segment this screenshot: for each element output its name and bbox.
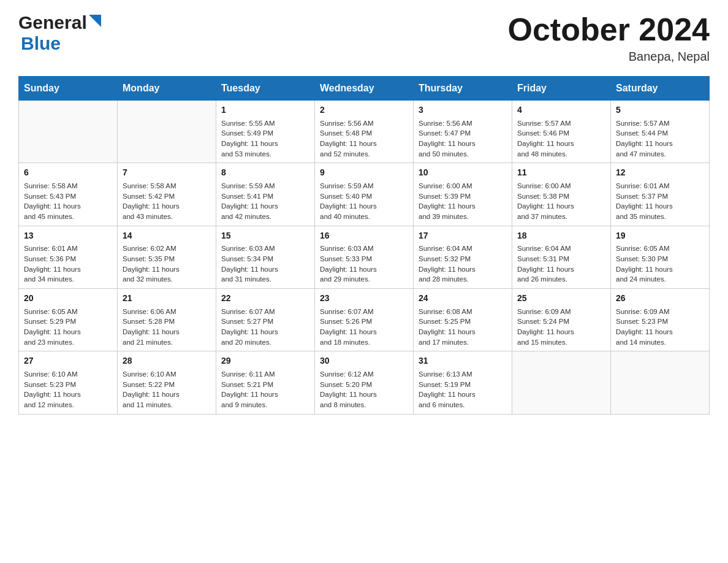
calendar-cell: 19Sunrise: 6:05 AMSunset: 5:30 PMDayligh… xyxy=(611,226,710,288)
day-number: 10 xyxy=(419,167,507,179)
calendar-cell: 6Sunrise: 5:58 AMSunset: 5:43 PMDaylight… xyxy=(19,163,118,226)
weekday-header-thursday: Thursday xyxy=(414,77,512,101)
day-number: 31 xyxy=(419,355,507,367)
day-info: Sunrise: 6:07 AMSunset: 5:27 PMDaylight:… xyxy=(221,307,309,348)
calendar-cell: 7Sunrise: 5:58 AMSunset: 5:42 PMDaylight… xyxy=(118,163,216,226)
day-number: 24 xyxy=(419,293,507,305)
day-number: 3 xyxy=(419,104,507,117)
day-info: Sunrise: 6:12 AMSunset: 5:20 PMDaylight:… xyxy=(320,369,408,410)
calendar-cell: 22Sunrise: 6:07 AMSunset: 5:27 PMDayligh… xyxy=(216,289,315,351)
day-info: Sunrise: 6:05 AMSunset: 5:30 PMDaylight:… xyxy=(616,243,704,285)
location: Banepa, Nepal xyxy=(508,50,710,64)
calendar-cell: 29Sunrise: 6:11 AMSunset: 5:21 PMDayligh… xyxy=(216,351,315,414)
calendar-cell: 27Sunrise: 6:10 AMSunset: 5:23 PMDayligh… xyxy=(19,351,118,414)
day-info: Sunrise: 6:11 AMSunset: 5:21 PMDaylight:… xyxy=(221,369,309,410)
weekday-header-wednesday: Wednesday xyxy=(315,77,414,101)
calendar-cell: 2Sunrise: 5:56 AMSunset: 5:48 PMDaylight… xyxy=(315,101,414,163)
day-info: Sunrise: 6:07 AMSunset: 5:26 PMDaylight:… xyxy=(320,307,408,348)
calendar-cell: 5Sunrise: 5:57 AMSunset: 5:44 PMDaylight… xyxy=(611,101,710,163)
day-number: 21 xyxy=(123,293,211,305)
day-number: 17 xyxy=(419,230,507,242)
day-number: 12 xyxy=(616,167,704,179)
day-number: 9 xyxy=(320,167,408,179)
day-info: Sunrise: 6:03 AMSunset: 5:34 PMDaylight:… xyxy=(221,243,309,285)
calendar-cell: 28Sunrise: 6:10 AMSunset: 5:22 PMDayligh… xyxy=(118,351,216,414)
day-number: 11 xyxy=(517,167,605,179)
calendar-cell: 20Sunrise: 6:05 AMSunset: 5:29 PMDayligh… xyxy=(19,289,118,351)
day-info: Sunrise: 6:06 AMSunset: 5:28 PMDaylight:… xyxy=(123,307,211,348)
calendar-cell: 18Sunrise: 6:04 AMSunset: 5:31 PMDayligh… xyxy=(512,226,611,288)
day-info: Sunrise: 6:04 AMSunset: 5:32 PMDaylight:… xyxy=(419,243,507,285)
day-number: 23 xyxy=(320,293,408,305)
calendar-cell: 11Sunrise: 6:00 AMSunset: 5:38 PMDayligh… xyxy=(512,163,611,226)
day-info: Sunrise: 6:10 AMSunset: 5:22 PMDaylight:… xyxy=(123,369,211,410)
logo-general-text: General xyxy=(18,12,87,33)
day-info: Sunrise: 6:09 AMSunset: 5:24 PMDaylight:… xyxy=(517,307,605,348)
svg-marker-0 xyxy=(89,15,101,27)
calendar-cell: 30Sunrise: 6:12 AMSunset: 5:20 PMDayligh… xyxy=(315,351,414,414)
calendar-week-5: 27Sunrise: 6:10 AMSunset: 5:23 PMDayligh… xyxy=(19,351,710,414)
day-info: Sunrise: 6:01 AMSunset: 5:36 PMDaylight:… xyxy=(24,243,112,285)
day-number: 25 xyxy=(517,293,605,305)
day-info: Sunrise: 6:01 AMSunset: 5:37 PMDaylight:… xyxy=(616,181,704,222)
day-info: Sunrise: 6:02 AMSunset: 5:35 PMDaylight:… xyxy=(123,243,211,285)
calendar-cell xyxy=(512,351,611,414)
logo[interactable]: General Blue xyxy=(18,12,106,54)
calendar-cell xyxy=(19,101,118,163)
day-number: 6 xyxy=(24,167,112,179)
day-number: 30 xyxy=(320,355,408,367)
calendar-cell: 15Sunrise: 6:03 AMSunset: 5:34 PMDayligh… xyxy=(216,226,315,288)
day-number: 18 xyxy=(517,230,605,242)
weekday-header-monday: Monday xyxy=(118,77,216,101)
logo-triangle-icon xyxy=(89,15,106,32)
calendar-cell: 24Sunrise: 6:08 AMSunset: 5:25 PMDayligh… xyxy=(414,289,512,351)
day-info: Sunrise: 6:04 AMSunset: 5:31 PMDaylight:… xyxy=(517,243,605,285)
day-number: 27 xyxy=(24,355,112,367)
day-number: 20 xyxy=(24,293,112,305)
day-info: Sunrise: 6:09 AMSunset: 5:23 PMDaylight:… xyxy=(616,307,704,348)
title-block: October 2024 Banepa, Nepal xyxy=(508,12,710,64)
calendar-table: SundayMondayTuesdayWednesdayThursdayFrid… xyxy=(18,76,710,414)
month-title: October 2024 xyxy=(508,12,710,47)
calendar-cell: 14Sunrise: 6:02 AMSunset: 5:35 PMDayligh… xyxy=(118,226,216,288)
day-number: 29 xyxy=(221,355,309,367)
day-number: 7 xyxy=(123,167,211,179)
day-info: Sunrise: 6:00 AMSunset: 5:38 PMDaylight:… xyxy=(517,181,605,222)
day-number: 8 xyxy=(221,167,309,179)
calendar-cell: 23Sunrise: 6:07 AMSunset: 5:26 PMDayligh… xyxy=(315,289,414,351)
page-header: General Blue October 2024 Banepa, Nepal xyxy=(18,12,710,64)
day-info: Sunrise: 5:56 AMSunset: 5:48 PMDaylight:… xyxy=(320,118,408,159)
day-number: 15 xyxy=(221,230,309,242)
weekday-header-saturday: Saturday xyxy=(611,77,710,101)
day-number: 13 xyxy=(24,230,112,242)
weekday-header-tuesday: Tuesday xyxy=(216,77,315,101)
calendar-cell: 16Sunrise: 6:03 AMSunset: 5:33 PMDayligh… xyxy=(315,226,414,288)
calendar-cell: 4Sunrise: 5:57 AMSunset: 5:46 PMDaylight… xyxy=(512,101,611,163)
day-info: Sunrise: 6:10 AMSunset: 5:23 PMDaylight:… xyxy=(24,369,112,410)
logo-blue-text: Blue xyxy=(18,33,61,53)
calendar-cell xyxy=(611,351,710,414)
day-info: Sunrise: 5:59 AMSunset: 5:40 PMDaylight:… xyxy=(320,181,408,222)
day-info: Sunrise: 5:58 AMSunset: 5:42 PMDaylight:… xyxy=(123,181,211,222)
calendar-week-4: 20Sunrise: 6:05 AMSunset: 5:29 PMDayligh… xyxy=(19,289,710,351)
day-info: Sunrise: 5:59 AMSunset: 5:41 PMDaylight:… xyxy=(221,181,309,222)
calendar-cell: 9Sunrise: 5:59 AMSunset: 5:40 PMDaylight… xyxy=(315,163,414,226)
day-info: Sunrise: 6:13 AMSunset: 5:19 PMDaylight:… xyxy=(419,369,507,410)
weekday-header-friday: Friday xyxy=(512,77,611,101)
calendar-cell: 1Sunrise: 5:55 AMSunset: 5:49 PMDaylight… xyxy=(216,101,315,163)
day-number: 26 xyxy=(616,293,704,305)
day-number: 16 xyxy=(320,230,408,242)
day-info: Sunrise: 5:56 AMSunset: 5:47 PMDaylight:… xyxy=(419,118,507,159)
day-info: Sunrise: 5:55 AMSunset: 5:49 PMDaylight:… xyxy=(221,118,309,159)
calendar-cell: 3Sunrise: 5:56 AMSunset: 5:47 PMDaylight… xyxy=(414,101,512,163)
day-info: Sunrise: 6:00 AMSunset: 5:39 PMDaylight:… xyxy=(419,181,507,222)
calendar-week-3: 13Sunrise: 6:01 AMSunset: 5:36 PMDayligh… xyxy=(19,226,710,288)
calendar-week-2: 6Sunrise: 5:58 AMSunset: 5:43 PMDaylight… xyxy=(19,163,710,226)
day-number: 19 xyxy=(616,230,704,242)
calendar-week-1: 1Sunrise: 5:55 AMSunset: 5:49 PMDaylight… xyxy=(19,101,710,163)
day-number: 2 xyxy=(320,104,408,117)
day-info: Sunrise: 6:03 AMSunset: 5:33 PMDaylight:… xyxy=(320,243,408,285)
day-number: 14 xyxy=(123,230,211,242)
calendar-cell: 25Sunrise: 6:09 AMSunset: 5:24 PMDayligh… xyxy=(512,289,611,351)
day-number: 4 xyxy=(517,104,605,117)
